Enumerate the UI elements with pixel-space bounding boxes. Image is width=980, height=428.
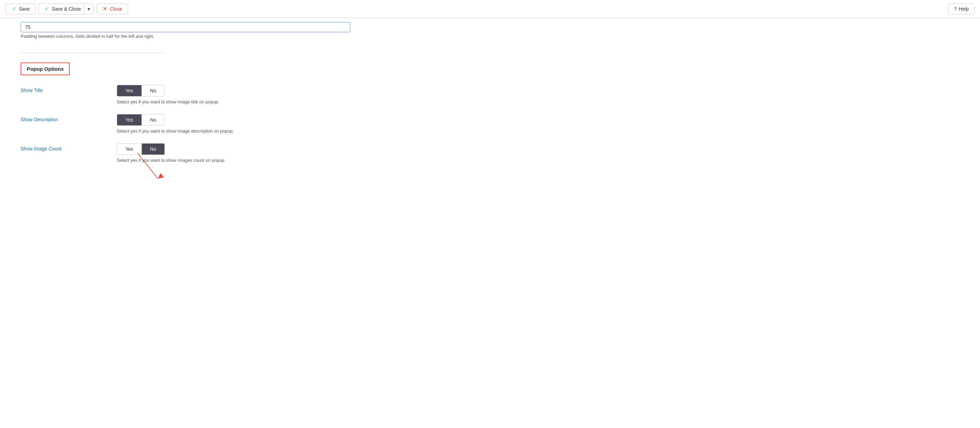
show-description-control: Yes No Select yes if you want to show im… xyxy=(117,114,495,134)
show-title-row: Show Title Yes No Select yes if you want… xyxy=(21,85,495,104)
section-divider xyxy=(21,53,165,53)
save-button[interactable]: ✓ Save xyxy=(5,3,36,14)
show-image-count-control: Yes No Select yes if you want to show im… xyxy=(117,143,495,163)
save-close-label: Save & Close xyxy=(52,6,81,12)
help-button[interactable]: ? Help xyxy=(948,3,975,14)
question-mark-icon: ? xyxy=(954,6,957,12)
toolbar: ✓ Save ✓ Save & Close ▾ ✕ Close ? Help xyxy=(0,0,980,18)
show-description-label: Show Description xyxy=(21,114,117,122)
show-image-count-hint: Select yes if you want to show images co… xyxy=(117,158,495,163)
chevron-down-icon: ▾ xyxy=(88,6,90,12)
close-icon: ✕ xyxy=(102,6,108,12)
padding-input[interactable] xyxy=(21,22,350,32)
show-title-no-button[interactable]: No xyxy=(142,85,164,96)
show-description-row: Show Description Yes No Select yes if yo… xyxy=(21,114,495,134)
show-image-count-yes-button[interactable]: Yes xyxy=(117,143,142,154)
bottom-spacer xyxy=(21,172,495,193)
help-label: Help xyxy=(959,6,969,12)
show-title-yes-button[interactable]: Yes xyxy=(117,85,142,96)
show-image-count-row: Show Image Count Yes No Select yes if yo… xyxy=(21,143,495,163)
top-field-area: Padding between columns. Gets divided in… xyxy=(21,18,495,44)
show-image-count-no-button[interactable]: No xyxy=(142,143,164,154)
show-title-toggle-group: Yes No xyxy=(117,85,165,97)
show-description-yes-button[interactable]: Yes xyxy=(117,115,142,126)
popup-options-heading-box: Popup Options xyxy=(21,62,70,75)
show-title-label: Show Title xyxy=(21,85,117,93)
padding-description: Padding between columns. Gets divided in… xyxy=(21,33,495,39)
save-label: Save xyxy=(19,6,30,12)
close-label: Close xyxy=(110,6,122,12)
show-description-no-button[interactable]: No xyxy=(142,115,164,126)
save-close-icon: ✓ xyxy=(44,6,50,12)
close-button[interactable]: ✕ Close xyxy=(97,3,128,14)
save-icon: ✓ xyxy=(11,6,17,12)
save-close-group: ✓ Save & Close ▾ xyxy=(38,3,94,14)
show-title-hint: Select yes if you want to show image tit… xyxy=(117,99,495,104)
content-inner: Padding between columns. Gets divided in… xyxy=(0,18,515,207)
show-image-count-toggle-group: Yes No xyxy=(117,143,165,155)
main-content: Padding between columns. Gets divided in… xyxy=(0,18,980,428)
show-description-hint: Select yes if you want to show image des… xyxy=(117,129,495,134)
popup-options-heading: Popup Options xyxy=(27,66,64,72)
show-description-toggle-group: Yes No xyxy=(117,114,165,126)
toolbar-right: ? Help xyxy=(948,3,975,14)
show-title-control: Yes No Select yes if you want to show im… xyxy=(117,85,495,104)
toolbar-left: ✓ Save ✓ Save & Close ▾ ✕ Close xyxy=(5,3,128,14)
save-close-button[interactable]: ✓ Save & Close xyxy=(38,3,84,14)
dropdown-button[interactable]: ▾ xyxy=(84,3,94,14)
show-image-count-label: Show Image Count xyxy=(21,143,117,151)
